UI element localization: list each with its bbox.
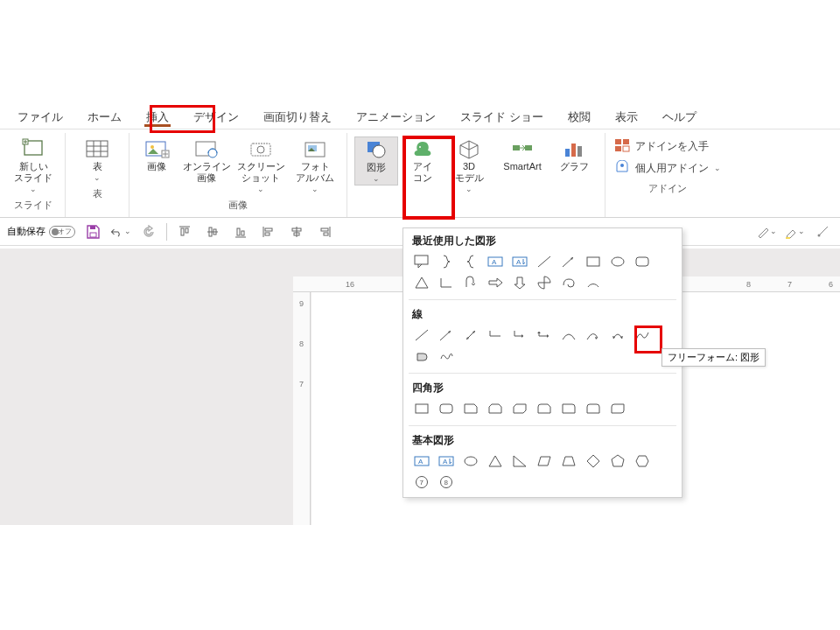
line-curve-icon[interactable] [557, 326, 580, 345]
qat-align-bottom[interactable] [230, 221, 251, 242]
line-arrow-icon[interactable] [435, 326, 458, 345]
basic-oval-icon[interactable] [459, 452, 482, 471]
svg-rect-46 [265, 233, 270, 235]
shape-rect-icon[interactable] [582, 252, 605, 271]
rect-snip2same-icon[interactable] [484, 399, 507, 418]
tab-animation[interactable]: アニメーション [344, 106, 448, 129]
shape-pie-icon[interactable] [533, 273, 556, 292]
rect-plain-icon[interactable] [410, 399, 433, 418]
qat-pen-button[interactable]: ⌄ [756, 221, 777, 242]
qat-align-top[interactable] [174, 221, 195, 242]
basic-octagon-icon[interactable]: 8 [435, 472, 458, 492]
tab-file[interactable]: ファイル [5, 106, 75, 129]
new-slide-label: 新しい スライド [14, 161, 52, 184]
tab-review[interactable]: 校閲 [556, 106, 603, 129]
line-scribble-icon[interactable] [435, 346, 458, 366]
basic-right-triangle-icon[interactable] [508, 452, 531, 471]
basic-heptagon-icon[interactable]: 7 [410, 472, 433, 492]
shape-uturn-icon[interactable] [459, 273, 482, 292]
basic-trapezoid-icon[interactable] [557, 452, 580, 471]
icons-button[interactable]: アイ コン [403, 136, 442, 186]
thumbnail-pane[interactable] [0, 248, 280, 525]
pictures-label: 画像 [147, 161, 166, 172]
shapes-button[interactable]: 図形 ⌄ [354, 136, 398, 186]
shape-textbox-v-icon[interactable]: A [508, 252, 531, 271]
section-lines [403, 324, 682, 371]
basic-triangle-icon[interactable] [484, 452, 507, 471]
shape-line-icon[interactable] [533, 252, 556, 271]
photo-album-button[interactable]: フォト アルバム ⌄ [290, 136, 340, 195]
qat-align-right[interactable] [314, 221, 335, 242]
shape-textbox-h-icon[interactable]: A [484, 252, 507, 271]
svg-rect-31 [623, 146, 629, 151]
save-button[interactable] [82, 221, 103, 242]
photo-album-label: フォト アルバム [296, 161, 334, 184]
shape-line-arrow-icon[interactable] [557, 252, 580, 271]
svg-point-32 [620, 164, 624, 167]
table-button[interactable]: 表 ⌄ [73, 136, 122, 184]
rect-round1-icon[interactable] [557, 399, 580, 418]
tab-home[interactable]: ホーム [75, 106, 134, 129]
tab-insert[interactable]: 挿入 [134, 106, 181, 129]
tab-transition[interactable]: 画面切り替え [251, 106, 344, 129]
shape-left-brace-icon[interactable] [459, 252, 482, 271]
line-freeform-shape-icon[interactable] [410, 346, 433, 366]
basic-diamond-icon[interactable] [582, 452, 605, 471]
my-addins-button[interactable]: 個人用アドイン ⌄ [614, 160, 721, 177]
basic-textbox-v-icon[interactable]: A [435, 452, 458, 471]
basic-textbox-h-icon[interactable]: A [410, 452, 433, 471]
shape-callout-icon[interactable] [410, 252, 433, 271]
line-plain-icon[interactable] [410, 326, 433, 345]
line-curve-arrow-icon[interactable] [582, 326, 605, 345]
pictures-button[interactable]: 画像 [136, 136, 177, 185]
line-spline-icon[interactable] [631, 326, 654, 345]
repeat-button[interactable] [138, 221, 159, 242]
shape-arc-icon[interactable] [582, 273, 605, 292]
line-curve-double-icon[interactable] [606, 326, 629, 345]
smartart-icon [508, 138, 536, 159]
qat-highlighter-button[interactable]: ⌄ [784, 221, 805, 242]
undo-button[interactable]: ⌄ [110, 221, 131, 242]
shape-down-arrow-icon[interactable] [508, 273, 531, 292]
qat-align-left[interactable] [258, 221, 279, 242]
menu-tabs: ファイル ホーム 挿入 デザイン 画面切り替え アニメーション スライド ショー… [0, 105, 840, 130]
rect-sniprounded-icon[interactable] [533, 399, 556, 418]
online-pictures-button[interactable]: オンライン 画像 [182, 136, 231, 186]
shape-right-arrow-icon[interactable] [484, 273, 507, 292]
tab-slideshow[interactable]: スライド ショー [448, 106, 556, 129]
screenshot-button[interactable]: スクリーン ショット ⌄ [236, 136, 285, 195]
line-elbow-double-icon[interactable] [533, 326, 556, 345]
qat-align-center[interactable] [286, 221, 307, 242]
rect-snip2diag-icon[interactable] [508, 399, 531, 418]
chart-button[interactable]: グラフ [554, 136, 594, 174]
basic-pentagon-icon[interactable] [606, 452, 629, 471]
rect-round-icon[interactable] [435, 399, 458, 418]
3d-models-button[interactable]: 3D モデル ⌄ [447, 136, 491, 195]
shape-loop-icon[interactable] [557, 273, 580, 292]
line-elbow-icon[interactable] [484, 326, 507, 345]
shape-oval-icon[interactable] [606, 252, 629, 271]
my-addins-label: 個人用アドイン [635, 161, 709, 176]
basic-parallelogram-icon[interactable] [533, 452, 556, 471]
new-slide-button[interactable]: 新しい スライド ⌄ [9, 136, 58, 195]
tab-help[interactable]: ヘルプ [650, 106, 709, 129]
basic-hexagon-icon[interactable] [631, 452, 654, 471]
smartart-button[interactable]: SmartArt [496, 136, 549, 174]
shape-triangle-icon[interactable] [410, 273, 433, 292]
screenshot-icon [247, 138, 275, 159]
rect-round2diag-icon[interactable] [606, 399, 629, 418]
shape-roundrect-icon[interactable] [631, 252, 654, 271]
qat-align-middle[interactable] [202, 221, 223, 242]
line-elbow-arrow-icon[interactable] [508, 326, 531, 345]
autosave-toggle[interactable]: 自動保存 オフ [7, 225, 75, 238]
line-double-arrow-icon[interactable] [459, 326, 482, 345]
cube-icon [455, 138, 483, 159]
get-addins-button[interactable]: アドインを入手 [614, 138, 721, 155]
rect-round2same-icon[interactable] [582, 399, 605, 418]
rect-snip1-icon[interactable] [459, 399, 482, 418]
tab-design[interactable]: デザイン [181, 106, 251, 129]
tab-view[interactable]: 表示 [603, 106, 650, 129]
shape-right-brace-icon[interactable] [435, 252, 458, 271]
qat-eyedropper-button[interactable] [812, 221, 833, 242]
shape-elbow-icon[interactable] [435, 273, 458, 292]
